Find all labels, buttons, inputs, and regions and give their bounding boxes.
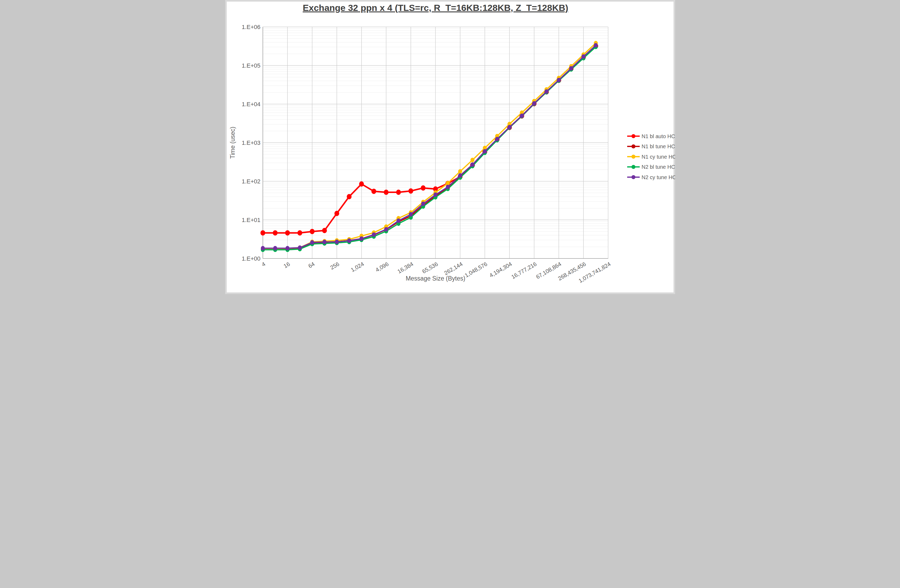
- data-point-marker: [273, 246, 277, 251]
- y-tick-label: 1.E+05: [242, 62, 260, 69]
- data-point-marker: [285, 230, 290, 235]
- data-point-marker: [421, 185, 425, 190]
- data-point-marker: [334, 211, 339, 216]
- data-point-marker: [310, 240, 314, 244]
- data-point-marker: [384, 227, 388, 232]
- exchange-benchmark-chart: 1.E+061.E+051.E+041.E+031.E+021.E+011.E+…: [225, 0, 675, 294]
- data-point-marker: [371, 189, 376, 194]
- data-point-marker: [310, 229, 314, 234]
- data-point-marker: [470, 158, 474, 162]
- legend-marker-swatch: [632, 155, 635, 159]
- legend-marker-swatch: [632, 165, 635, 169]
- legend-label: N1 bl tune HC: [642, 144, 675, 149]
- y-tick-label: 1.E+03: [242, 139, 260, 146]
- data-point-marker: [286, 246, 289, 251]
- data-point-marker: [520, 113, 524, 118]
- legend-marker-swatch: [632, 134, 635, 138]
- chart-container: 1.E+061.E+051.E+041.E+031.E+021.E+011.E+…: [225, 0, 675, 294]
- data-point-marker: [458, 169, 462, 174]
- y-axis-title: Time (usec): [229, 127, 236, 159]
- data-point-marker: [384, 190, 388, 195]
- data-point-marker: [557, 78, 560, 82]
- data-point-marker: [359, 181, 364, 187]
- data-point-marker: [458, 173, 462, 178]
- data-point-marker: [495, 137, 499, 141]
- data-point-marker: [396, 218, 400, 223]
- legend-label: N1 bl auto HC: [642, 133, 675, 139]
- data-point-marker: [261, 246, 265, 251]
- legend-label: N2 cy tune HC: [642, 174, 675, 180]
- data-point-marker: [581, 54, 585, 59]
- data-point-marker: [347, 238, 351, 243]
- data-point-marker: [594, 43, 597, 48]
- data-point-marker: [273, 230, 277, 235]
- data-point-marker: [569, 66, 573, 71]
- chart-title: Exchange 32 ppn x 4 (TLS=rc, R_T=16KB:12…: [303, 3, 568, 13]
- y-tick-label: 1.E+00: [242, 255, 260, 262]
- data-point-marker: [323, 240, 326, 244]
- y-tick-label: 1.E+04: [242, 101, 260, 108]
- legend-marker-swatch: [632, 144, 635, 149]
- data-point-marker: [260, 230, 265, 235]
- x-axis-title: Message Size (Bytes): [405, 275, 465, 282]
- data-point-marker: [372, 232, 376, 237]
- data-point-marker: [335, 240, 338, 244]
- y-tick-label: 1.E+06: [242, 24, 260, 30]
- legend-label: N2 bl tune HC: [642, 164, 675, 170]
- data-point-marker: [298, 245, 302, 250]
- legend-label: N1 cy tune HC: [642, 154, 675, 160]
- data-point-marker: [409, 212, 413, 217]
- data-point-marker: [544, 90, 548, 94]
- data-point-marker: [322, 228, 327, 233]
- data-point-marker: [297, 230, 302, 235]
- data-point-marker: [433, 192, 438, 197]
- data-point-marker: [507, 125, 511, 129]
- data-point-marker: [470, 162, 474, 167]
- data-point-marker: [396, 190, 401, 195]
- data-point-marker: [408, 189, 413, 194]
- legend-marker-swatch: [632, 175, 635, 179]
- data-point-marker: [347, 194, 351, 200]
- y-tick-label: 1.E+01: [242, 217, 260, 223]
- data-point-marker: [421, 201, 425, 206]
- y-tick-label: 1.E+02: [242, 178, 260, 185]
- data-point-marker: [359, 236, 363, 241]
- data-point-marker: [483, 149, 487, 153]
- data-point-marker: [446, 185, 450, 189]
- data-point-marker: [532, 101, 536, 106]
